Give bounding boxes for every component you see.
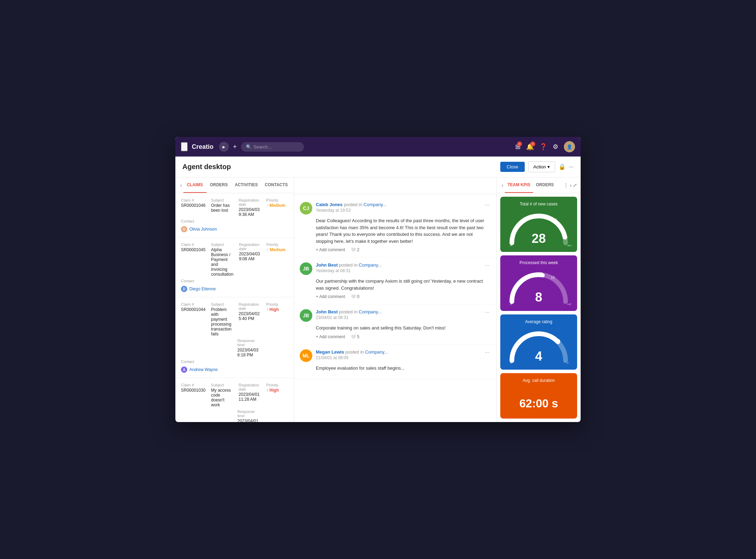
action-chevron-icon: ▾ [547, 164, 550, 169]
kpi-tab-bar: ‹ TEAM KPIS ORDERS ⋮ › ⤢ [497, 177, 581, 193]
feed-time: 21/04/01 at 08:05 [316, 355, 480, 360]
tab-team-kpis[interactable]: TEAM KPIS [505, 177, 533, 193]
feed-author[interactable]: John Best [316, 309, 338, 314]
add-comment-button[interactable]: + Add comment [316, 294, 345, 299]
more-options-icon[interactable]: ··· [569, 164, 574, 170]
tab-orders[interactable]: ORDERS [206, 177, 231, 193]
feed-item: ML Megan Lewis posted in Company... 21/0… [294, 344, 496, 380]
kpi-ellipsis-icon[interactable]: ⋮ [564, 182, 568, 188]
contact-avatar: O [181, 226, 187, 232]
tab-scroll-left[interactable]: ‹ [179, 177, 183, 193]
kpi-gauge: 1 2 3 4 5 4 [505, 327, 572, 364]
help-icon[interactable]: ❓ [539, 143, 547, 151]
svg-text:62:00 s: 62:00 s [519, 397, 558, 410]
tab-activities[interactable]: ACTIVITIES [231, 177, 261, 193]
contact-avatar: A [181, 366, 187, 373]
add-button[interactable]: + [233, 143, 237, 151]
user-avatar[interactable]: 👤 [564, 141, 575, 152]
svg-text:5: 5 [567, 362, 569, 364]
claim-item: Claim # SR00001030 Subject My access cod… [175, 378, 294, 422]
kpi-card-avg-rating: Average rating 1 2 3 4 5 4 [500, 314, 577, 370]
add-comment-button[interactable]: + Add comment [316, 334, 345, 339]
svg-point-6 [541, 274, 545, 278]
claim-item: Claim # SR00001045 Subject Alpha Busines… [175, 238, 294, 297]
feed-header [294, 177, 496, 194]
kpi-panel: ‹ TEAM KPIS ORDERS ⋮ › ⤢ Total # of new … [497, 177, 581, 422]
settings-icon[interactable]: ⚙ [553, 143, 558, 151]
feed-author[interactable]: Caleb Jones [316, 202, 343, 207]
grid-icon[interactable]: ⊞ [181, 142, 188, 151]
kpi-gauge: 0 5 10 15 8 [505, 268, 572, 305]
apps-badge: • [517, 141, 522, 146]
svg-point-0 [561, 229, 565, 233]
contact-link[interactable]: Diego Etienne [189, 286, 216, 291]
page-title: Agent desktop [182, 163, 231, 171]
feed-more-icon[interactable]: ··· [484, 202, 491, 208]
feed-more-icon[interactable]: ··· [484, 262, 491, 269]
feed-author[interactable]: Megan Lewis [316, 349, 344, 355]
action-button[interactable]: Action ▾ [528, 161, 555, 172]
feed-author[interactable]: John Best [316, 262, 338, 268]
play-button[interactable]: ▶ [219, 142, 229, 152]
feed-more-icon[interactable]: ··· [484, 309, 491, 315]
apps-icon[interactable]: ⊞ • [515, 143, 521, 151]
contact-link[interactable]: Olivia Johnson [189, 227, 217, 232]
close-button[interactable]: Close [500, 162, 524, 172]
svg-text:10: 10 [533, 215, 537, 219]
tab-claims[interactable]: CLAIMS [183, 177, 206, 193]
claims-tab-bar: ‹ CLAIMS ORDERS ACTIVITIES CONTACTS LEAD… [175, 177, 294, 193]
feed-item: CJ Caleb Jones posted in Company... Yest… [294, 197, 496, 257]
notifications-icon[interactable]: 🔔 • [526, 143, 534, 151]
claims-list: Claim # SR00001046 Subject Order has bee… [175, 193, 294, 422]
feed-time: Yesterday at 08:31 [316, 268, 480, 273]
feed-avatar: JB [300, 262, 312, 275]
add-comment-button[interactable]: + Add comment [316, 247, 345, 252]
feed-more-icon[interactable]: ··· [484, 349, 491, 356]
feed-time: 23/04/01 at 08:31 [316, 315, 480, 320]
feed-text: Employee evaluation for sales staff begi… [316, 365, 491, 372]
feed-company[interactable]: Company... [359, 309, 382, 314]
tab-leads[interactable]: LEADS [291, 177, 294, 193]
svg-text:15: 15 [567, 303, 572, 305]
notifications-badge: • [530, 141, 535, 146]
feed-company[interactable]: Company... [365, 349, 388, 355]
svg-text:2: 2 [523, 336, 525, 340]
kpi-next-icon[interactable]: › [570, 182, 572, 188]
kpi-title: Average rating [505, 319, 572, 324]
kpi-card-total-cases: Total # of new cases 0 10 20 [500, 197, 577, 252]
tab-contacts[interactable]: CONTACTS [261, 177, 291, 193]
lock-icon[interactable]: 🔒 [559, 164, 566, 170]
app-logo: Creatio [192, 143, 213, 151]
contact-link[interactable]: Andrew Wayne [189, 367, 218, 372]
svg-text:3: 3 [538, 332, 540, 336]
kpi-title: Total # of new cases [505, 202, 572, 206]
claims-panel: ‹ CLAIMS ORDERS ACTIVITIES CONTACTS LEAD… [175, 177, 294, 422]
svg-text:8: 8 [535, 290, 542, 304]
kpi-expand-icon[interactable]: ⤢ [573, 182, 577, 188]
like-button[interactable]: 🤍 2 [351, 247, 359, 252]
svg-text:4: 4 [535, 349, 543, 363]
kpi-tab-scroll-left[interactable]: ‹ [500, 177, 505, 193]
tab-kpi-orders[interactable]: ORDERS [533, 177, 557, 193]
svg-text:20: 20 [553, 218, 557, 222]
svg-text:10: 10 [551, 275, 555, 280]
feed-avatar: ML [300, 349, 312, 362]
claim-item: Claim # SR00001046 Subject Order has bee… [175, 193, 294, 238]
svg-text:1: 1 [510, 362, 512, 364]
svg-text:28: 28 [532, 231, 546, 246]
search-bar[interactable]: 🔍 [241, 142, 304, 152]
kpi-title: Processed this week [505, 260, 572, 265]
like-button[interactable]: 🤍 0 [351, 294, 359, 299]
feed-panel: CJ Caleb Jones posted in Company... Yest… [294, 177, 497, 422]
feed-time: Yesterday at 19:53 [316, 208, 480, 213]
feed-company[interactable]: Company... [364, 202, 387, 207]
claim-item: Claim # SR00001044 Subject Problem with … [175, 297, 294, 378]
feed-company[interactable]: Company... [359, 262, 382, 268]
feed-text: Corporate training on sales and selling … [316, 325, 491, 332]
svg-text:5: 5 [527, 275, 529, 280]
kpi-list: Total # of new cases 0 10 20 [497, 193, 581, 422]
kpi-gauge: 62:00 s [505, 386, 572, 413]
search-input[interactable] [254, 144, 299, 150]
feed-text: Our partnership with the company Axiom i… [316, 278, 491, 291]
like-button[interactable]: 🤍 5 [351, 334, 359, 339]
